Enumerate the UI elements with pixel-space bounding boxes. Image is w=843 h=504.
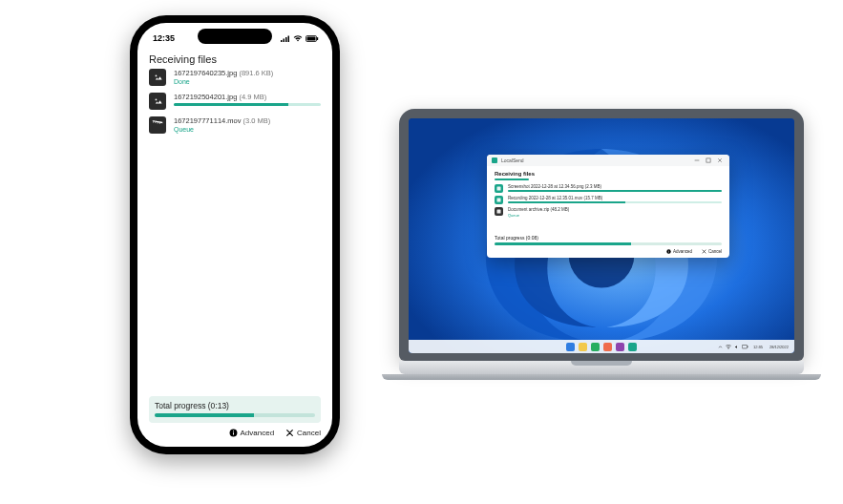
svg-rect-1 — [284, 38, 285, 42]
file-name: Document archive.zip (48.2 MB) — [508, 207, 722, 212]
svg-point-7 — [155, 74, 157, 76]
info-icon — [666, 249, 671, 254]
wifi-icon[interactable] — [726, 345, 731, 349]
close-button[interactable] — [715, 157, 725, 164]
file-progress — [174, 103, 321, 106]
advanced-button[interactable]: Advanced — [666, 249, 692, 254]
file-row: Screenshot 2022-12-28 at 12.34.56.png (2… — [495, 184, 722, 193]
tray-time[interactable]: 12:35 — [751, 345, 765, 349]
status-time: 12:35 — [153, 33, 175, 43]
svg-rect-0 — [281, 40, 283, 42]
total-progress — [495, 242, 722, 245]
total-progress-bar — [155, 413, 254, 417]
svg-rect-2 — [285, 37, 287, 42]
file-type-icon — [495, 184, 503, 193]
app-window: LocalSend Receiving files — [487, 155, 729, 258]
svg-rect-19 — [497, 210, 501, 214]
file-type-icon — [495, 207, 503, 216]
image-icon — [149, 69, 166, 86]
total-progress-box: Total progress (0:08) — [495, 235, 722, 245]
info-icon — [229, 429, 238, 437]
svg-rect-5 — [307, 36, 316, 40]
laptop-foot — [382, 374, 821, 380]
taskbar-icon[interactable] — [566, 343, 575, 351]
video-icon — [149, 116, 166, 134]
file-progress-bar — [174, 103, 288, 106]
taskbar[interactable]: 12:35 28/12/2022 — [409, 340, 794, 353]
file-row: Document archive.zip (48.2 MB) Queue — [495, 207, 722, 218]
chevron-up-icon[interactable] — [718, 345, 723, 349]
laptop-device-frame: LocalSend Receiving files — [399, 109, 804, 380]
file-row: 1672197640235.jpg (891.6 KB) Done — [149, 69, 321, 86]
file-list: 1672197640235.jpg (891.6 KB) Done 167219… — [137, 69, 332, 141]
svg-point-22 — [668, 250, 669, 251]
total-progress-box: Total progress (0:13) — [149, 396, 321, 423]
svg-rect-23 — [742, 345, 747, 348]
file-status: Queue — [508, 213, 722, 218]
window-body: Receiving files Screenshot 2022-12-28 at… — [487, 166, 729, 258]
svg-rect-21 — [668, 251, 669, 253]
file-progress — [508, 201, 722, 203]
svg-point-8 — [155, 98, 157, 100]
svg-rect-24 — [748, 346, 748, 347]
file-row: Recording 2022-12-28 at 12.35.01.mov (15… — [495, 196, 722, 204]
cancel-button[interactable]: Cancel — [285, 429, 321, 437]
file-type-icon — [495, 196, 503, 204]
file-row: 1672197771114.mov (3.0 MB) Queue — [149, 116, 321, 134]
total-progress — [155, 413, 315, 417]
file-name: Recording 2022-12-28 at 12.35.01.mov (15… — [508, 196, 722, 200]
window-controls — [692, 157, 725, 164]
svg-rect-3 — [288, 35, 290, 42]
svg-rect-18 — [497, 199, 501, 202]
laptop-screen: LocalSend Receiving files — [409, 118, 794, 353]
window-titlebar[interactable]: LocalSend — [487, 155, 729, 166]
taskbar-icon[interactable] — [628, 343, 637, 351]
minimize-button[interactable] — [692, 157, 702, 164]
svg-rect-15 — [695, 160, 700, 161]
taskbar-pinned — [566, 343, 637, 351]
taskbar-icon[interactable] — [616, 343, 624, 351]
taskbar-icon[interactable] — [579, 343, 587, 351]
maximize-button[interactable] — [704, 157, 713, 164]
status-indicators — [281, 35, 319, 42]
file-name: 1672197771114.mov (3.0 MB) — [174, 116, 321, 125]
total-progress-label: Total progress (0:08) — [495, 235, 722, 241]
svg-rect-16 — [706, 158, 710, 162]
laptop-bezel: LocalSend Receiving files — [399, 109, 804, 361]
file-row: 1672192504201.jpg (4.9 MB) — [149, 93, 321, 110]
phone-notch — [198, 29, 272, 44]
phone-footer: Total progress (0:13) Advanced Cancel — [137, 390, 332, 447]
battery-icon — [306, 35, 319, 42]
taskbar-tray[interactable]: 12:35 28/12/2022 — [718, 345, 794, 349]
file-status: Queue — [174, 126, 321, 134]
cellular-icon — [281, 35, 290, 42]
phone-device-frame: 12:35 Receiving files 1672197640235.jpg … — [130, 15, 340, 454]
cancel-button[interactable]: Cancel — [702, 249, 722, 254]
image-icon — [149, 93, 166, 110]
file-name: 1672197640235.jpg (891.6 KB) — [174, 69, 321, 77]
window-heading-underline — [495, 178, 529, 180]
battery-icon[interactable] — [742, 345, 748, 349]
phone-screen: 12:35 Receiving files 1672197640235.jpg … — [137, 23, 332, 447]
close-icon — [285, 429, 294, 437]
wifi-icon — [293, 35, 303, 42]
laptop-base — [399, 361, 804, 374]
svg-rect-6 — [317, 37, 318, 40]
svg-point-12 — [232, 430, 233, 431]
total-progress-label: Total progress (0:13) — [155, 401, 315, 410]
file-name: 1672192504201.jpg (4.9 MB) — [174, 93, 321, 101]
window-actions: Advanced Cancel — [495, 249, 722, 254]
window-title: LocalSend — [501, 158, 524, 163]
svg-rect-17 — [497, 187, 501, 191]
taskbar-icon[interactable] — [603, 343, 612, 351]
taskbar-icon[interactable] — [591, 343, 600, 351]
volume-icon[interactable] — [734, 345, 739, 349]
tray-date[interactable]: 28/12/2022 — [768, 345, 790, 349]
svg-rect-11 — [233, 432, 234, 435]
file-name: Screenshot 2022-12-28 at 12.34.56.png (2… — [508, 184, 722, 189]
window-heading: Receiving files — [495, 171, 722, 177]
phone-actions: Advanced Cancel — [149, 429, 321, 437]
file-progress — [508, 190, 722, 192]
screen-title: Receiving files — [137, 50, 332, 69]
advanced-button[interactable]: Advanced — [229, 429, 275, 437]
